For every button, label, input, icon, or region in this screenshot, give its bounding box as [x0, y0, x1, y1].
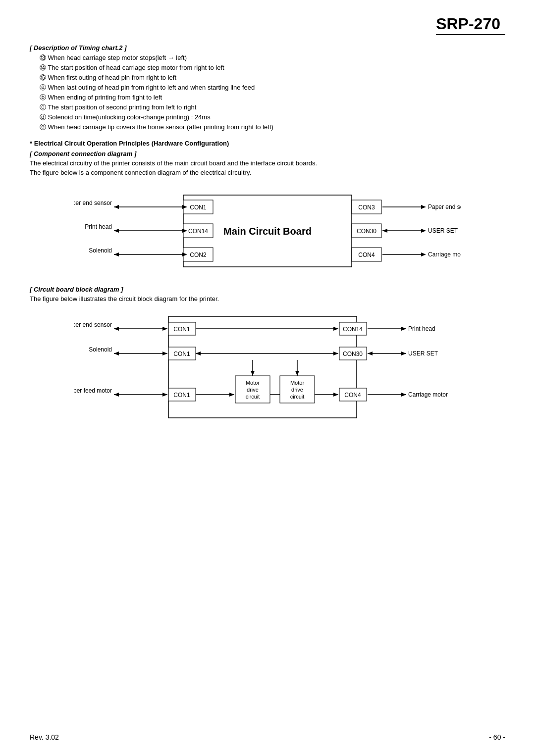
footer-page: - 60 - [489, 733, 505, 741]
svg-text:Carriage motor: Carriage motor [428, 251, 461, 258]
svg-text:Motor: Motor [246, 380, 260, 386]
svg-marker-87 [401, 352, 406, 355]
circuit-block-desc: The figure below illustrates the circuit… [30, 295, 505, 302]
svg-text:CON1: CON1 [173, 351, 190, 357]
circuit-block-title: [ Circuit board block diagram ] [30, 286, 505, 293]
component-desc2: The figure below is a component connecti… [30, 169, 505, 176]
svg-text:Paper feed motor: Paper feed motor [74, 387, 112, 394]
svg-text:CON3: CON3 [358, 204, 375, 211]
svg-text:CON4: CON4 [344, 392, 361, 399]
component-diagram-section: [ Component connection diagram ] The ele… [30, 150, 505, 277]
svg-marker-27 [421, 205, 426, 209]
svg-marker-73 [114, 327, 119, 331]
footer-rev: Rev. 3.02 [30, 733, 59, 741]
svg-marker-88 [368, 352, 373, 355]
electrical-section: * Electrical Circuit Operation Principle… [30, 140, 505, 423]
svg-marker-34 [421, 252, 426, 256]
svg-text:CON14: CON14 [188, 228, 208, 235]
svg-text:CON1: CON1 [173, 392, 190, 399]
svg-text:Paper end sensor: Paper end sensor [74, 200, 112, 206]
timing-section: [ Description of Timing chart.2 ] ⑬ When… [30, 44, 505, 132]
page-footer: Rev. 3.02 - 60 - [0, 733, 535, 741]
svg-text:CON2: CON2 [190, 252, 207, 258]
svg-text:Motor: Motor [290, 380, 304, 386]
page-header: SRP-270 [30, 15, 505, 35]
svg-marker-91 [401, 393, 406, 397]
component-diagram-svg: Main Circuit Board CON1 CON14 CON2 CON3 … [74, 185, 461, 277]
svg-text:CON1: CON1 [173, 326, 190, 333]
svg-marker-30 [421, 229, 426, 233]
svg-text:CON14: CON14 [343, 326, 363, 333]
timing-item-4: ⓐ When last outing of head pin from righ… [40, 83, 505, 92]
circuit-block-svg: CON1 CON1 CON1 CON14 CON30 CON4 M [74, 311, 461, 423]
page-title: SRP-270 [436, 15, 505, 35]
timing-title: [ Description of Timing chart.2 ] [30, 44, 505, 51]
svg-text:Solenoid: Solenoid [89, 247, 112, 254]
svg-marker-84 [401, 327, 406, 331]
svg-text:CON30: CON30 [343, 351, 363, 357]
svg-marker-24 [114, 252, 119, 256]
svg-text:CON4: CON4 [358, 252, 375, 258]
electrical-heading: * Electrical Circuit Operation Principle… [30, 140, 505, 147]
svg-text:drive: drive [291, 387, 303, 393]
svg-text:drive: drive [247, 387, 259, 393]
timing-item-7: ⓓ Solenoid on time(unlocking color-chang… [40, 113, 505, 122]
timing-item-8: ⓔ When head carriage tip covers the home… [40, 123, 505, 132]
svg-text:Solenoid: Solenoid [89, 346, 112, 353]
component-diagram: Main Circuit Board CON1 CON14 CON2 CON3 … [74, 185, 461, 277]
svg-text:Paper end sensor: Paper end sensor [428, 203, 461, 210]
svg-text:USER SET: USER SET [408, 350, 438, 357]
svg-text:Paper end sensor: Paper end sensor [74, 321, 112, 328]
svg-text:Carriage motor: Carriage motor [408, 391, 448, 398]
svg-marker-20 [114, 229, 119, 233]
svg-text:Print head: Print head [408, 325, 435, 332]
svg-text:CON1: CON1 [190, 204, 207, 211]
svg-text:circuit: circuit [290, 394, 305, 400]
circuit-block-diagram: CON1 CON1 CON1 CON14 CON30 CON4 M [74, 311, 461, 423]
svg-text:USER SET: USER SET [428, 227, 458, 234]
timing-item-5: ⓑ When ending of printing from fight to … [40, 93, 505, 102]
svg-marker-76 [162, 352, 167, 355]
component-diagram-title: [ Component connection diagram ] [30, 150, 505, 157]
svg-text:CON30: CON30 [357, 228, 376, 235]
svg-marker-81 [114, 393, 119, 397]
svg-marker-16 [114, 205, 119, 209]
component-desc1: The electrical circuitry of the printer … [30, 159, 505, 167]
svg-marker-80 [162, 393, 167, 397]
timing-item-3: ⑮ When first outing of head pin from rig… [40, 73, 505, 82]
circuit-block-diagram-section: [ Circuit board block diagram ] The figu… [30, 286, 505, 423]
timing-item-1: ⑬ When head carriage step motor stops(le… [40, 53, 505, 62]
svg-marker-31 [382, 229, 387, 233]
timing-item-6: ⓒ The start position of second printing … [40, 103, 505, 112]
svg-text:circuit: circuit [246, 394, 260, 400]
svg-text:Print head: Print head [85, 223, 112, 230]
svg-marker-72 [162, 327, 167, 331]
timing-item-2: ⑭ The start position of head carriage st… [40, 63, 505, 72]
svg-marker-77 [114, 352, 119, 355]
svg-text:Main Circuit Board: Main Circuit Board [223, 226, 312, 237]
